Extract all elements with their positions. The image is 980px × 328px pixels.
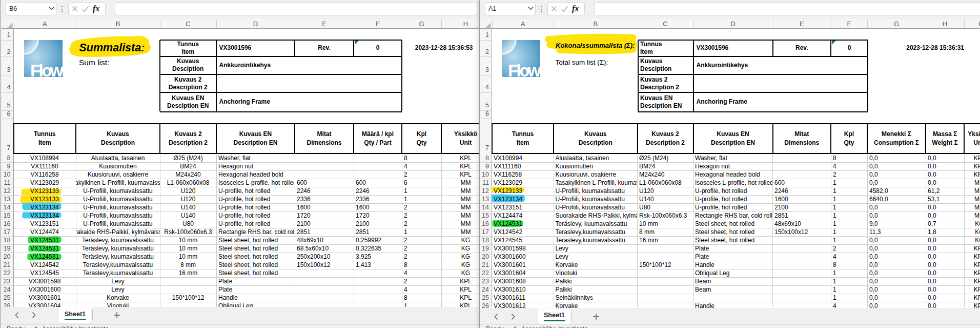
svg-text:Flow: Flow — [508, 61, 540, 77]
svg-text:Flow: Flow — [30, 61, 63, 77]
